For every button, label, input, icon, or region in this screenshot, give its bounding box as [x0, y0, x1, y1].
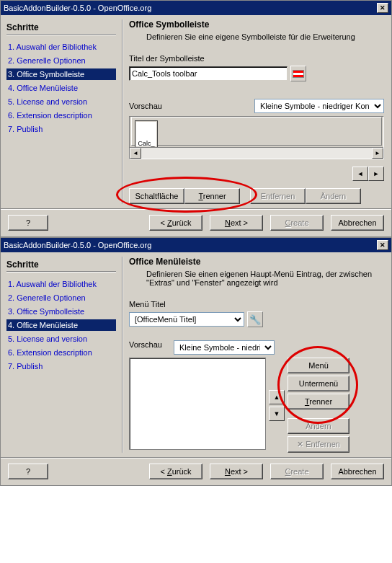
- sidebar-item-6[interactable]: 6. Extension description: [6, 347, 116, 358]
- sidebar-item-7[interactable]: 7. Publish: [6, 123, 116, 135]
- label-preview: Vorschau: [129, 102, 162, 110]
- sidebar-title: Schritte: [6, 22, 116, 32]
- add-menu-button[interactable]: Menü: [288, 358, 349, 373]
- label-preview: Vorschau: [129, 340, 169, 349]
- icon-size-select[interactable]: Kleine Symbole - niedriger Kontrast: [254, 99, 384, 113]
- footer: ? < Zurück Next > Create Abbrechen: [1, 457, 391, 485]
- sidebar: Schritte 1. Auswahl der Bibliothek 2. Ge…: [1, 15, 122, 208]
- label-menu-title: Menü Titel: [129, 300, 384, 309]
- settings-button[interactable]: 🔧: [247, 311, 263, 327]
- help-button[interactable]: ?: [8, 215, 48, 231]
- label-toolbar-title: Titel der Symbolleiste: [129, 54, 384, 63]
- footer: ? < Zurück Next > Create Abbrechen: [1, 208, 391, 236]
- back-button[interactable]: < Zurück: [149, 215, 202, 231]
- create-button: Create: [270, 464, 324, 479]
- sidebar-item-4[interactable]: 4. Office Menüleiste: [6, 319, 116, 331]
- dialog-menueleiste: BasicAddonBuilder-0.5.0 - OpenOffice.org…: [0, 237, 392, 486]
- sidebar-item-5[interactable]: 5. License and version: [6, 333, 116, 345]
- menu-title-select[interactable]: [OfficeMenü Titel]: [129, 312, 244, 327]
- scroll-right-icon[interactable]: ►: [372, 148, 383, 159]
- add-separator-button[interactable]: Trenner: [184, 188, 240, 204]
- add-button-button[interactable]: Schaltfläche: [129, 188, 184, 204]
- remove-button: Entfernen: [250, 188, 306, 204]
- next-button[interactable]: Next >: [210, 464, 263, 479]
- icon-size-select[interactable]: Kleine Symbole - niedriger Kontrast: [174, 340, 275, 355]
- help-button[interactable]: ?: [8, 464, 48, 479]
- scroll-left-icon[interactable]: ◄: [130, 148, 141, 159]
- create-button: Create: [270, 215, 324, 231]
- cancel-button[interactable]: Abbrechen: [331, 464, 384, 479]
- titlebar[interactable]: BasicAddonBuilder-0.5.0 - OpenOffice.org…: [1, 238, 391, 252]
- remove-button: ✕ Entfernen: [288, 436, 349, 453]
- modify-button: Ändern: [288, 418, 349, 434]
- move-down-button[interactable]: ▼: [269, 407, 285, 421]
- cancel-button[interactable]: Abbrechen: [331, 215, 384, 231]
- sidebar-item-3[interactable]: 3. Office Symbolleiste: [6, 68, 116, 80]
- sidebar-title: Schritte: [6, 260, 116, 270]
- page-title: Office Symbolleiste: [129, 19, 384, 30]
- back-button[interactable]: < Zurück: [149, 464, 202, 479]
- page-description: Definieren Sie eine eigene Symbolleiste …: [146, 32, 384, 41]
- close-icon[interactable]: ✕: [377, 240, 388, 250]
- main-panel: Office Symbolleiste Definieren Sie eine …: [123, 15, 391, 208]
- next-button[interactable]: Next >: [210, 215, 263, 231]
- move-up-button[interactable]: ▲: [269, 390, 285, 404]
- preview-toolbar-item[interactable]: Calc_: [135, 120, 158, 148]
- close-icon[interactable]: ✕: [377, 3, 388, 13]
- sidebar-item-6[interactable]: 6. Extension description: [6, 110, 116, 121]
- main-panel: Office Menüleiste Definieren Sie einen e…: [123, 252, 391, 457]
- dialog-symbolleiste: BasicAddonBuilder-0.5.0 - OpenOffice.org…: [0, 0, 392, 237]
- add-separator-button[interactable]: Trenner: [288, 394, 349, 409]
- move-right-button[interactable]: ►: [368, 167, 384, 181]
- window-title: BasicAddonBuilder-0.5.0 - OpenOffice.org: [4, 241, 151, 249]
- toolbar-preview: Calc_ ◄ ►: [129, 116, 384, 159]
- window-title: BasicAddonBuilder-0.5.0 - OpenOffice.org: [4, 4, 151, 12]
- horizontal-scrollbar[interactable]: ◄ ►: [130, 147, 383, 159]
- sidebar: Schritte 1. Auswahl der Bibliothek 2. Ge…: [1, 252, 122, 457]
- sidebar-item-2[interactable]: 2. Generelle Optionen: [6, 55, 116, 66]
- modify-button: Ändern: [306, 188, 361, 204]
- sidebar-item-7[interactable]: 7. Publish: [6, 360, 116, 372]
- move-left-button[interactable]: ◄: [352, 167, 368, 181]
- add-submenu-button[interactable]: Untermenü: [288, 376, 349, 391]
- gear-icon: 🔧: [249, 314, 261, 325]
- flag-icon: [293, 70, 304, 78]
- sidebar-item-1[interactable]: 1. Auswahl der Bibliothek: [6, 278, 116, 290]
- sidebar-item-2[interactable]: 2. Generelle Optionen: [6, 292, 116, 303]
- sidebar-item-1[interactable]: 1. Auswahl der Bibliothek: [6, 41, 116, 53]
- sidebar-item-4[interactable]: 4. Office Menüleiste: [6, 82, 116, 94]
- sidebar-item-5[interactable]: 5. License and version: [6, 96, 116, 107]
- titlebar[interactable]: BasicAddonBuilder-0.5.0 - OpenOffice.org…: [1, 1, 391, 15]
- sidebar-item-3[interactable]: 3. Office Symbolleiste: [6, 306, 116, 317]
- menu-preview-list[interactable]: [129, 358, 266, 450]
- page-description: Definieren Sie einen eigenen Haupt-Menü …: [146, 270, 384, 287]
- page-title: Office Menüleiste: [129, 257, 384, 267]
- language-button[interactable]: [290, 66, 306, 81]
- toolbar-title-input[interactable]: [129, 66, 288, 81]
